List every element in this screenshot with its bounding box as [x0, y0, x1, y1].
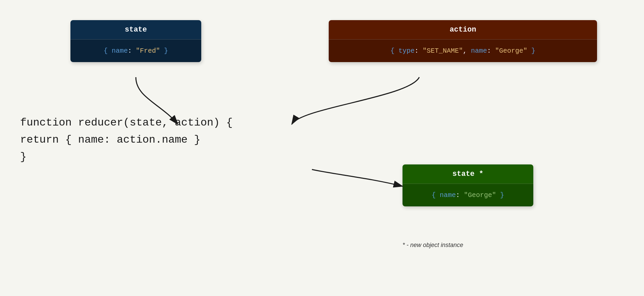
action-box-val1: "SET_NAME"	[423, 47, 463, 55]
state-box-key: name	[112, 47, 128, 55]
state-box-brace-close: }	[160, 47, 168, 55]
action-box-key1: type	[398, 47, 415, 55]
new-state-box-title: state *	[452, 170, 483, 178]
action-box-comma: ,	[463, 47, 471, 55]
action-box-colon1: :	[415, 47, 423, 55]
action-box-header: action	[329, 20, 597, 39]
action-box-brace-close: }	[527, 47, 535, 55]
state-box-brace-open: {	[104, 47, 112, 55]
state-box-colon: :	[128, 47, 136, 55]
new-state-box-brace-close: }	[496, 191, 504, 199]
state-box-code: { name: "Fred" }	[104, 47, 168, 55]
action-box-brace-open: {	[390, 47, 398, 55]
state-box: state { name: "Fred" }	[70, 20, 201, 62]
footnote: * - new object instance	[402, 242, 463, 249]
new-state-box-colon: :	[456, 191, 464, 199]
action-box-body: { type: "SET_NAME", name: "George" }	[329, 39, 597, 62]
code-line1: function reducer(state, action) {	[20, 114, 233, 131]
state-box-body: { name: "Fred" }	[70, 39, 201, 62]
code-block: function reducer(state, action) { return…	[20, 114, 233, 166]
new-state-box-body: { name: "George" }	[402, 184, 533, 206]
action-box-colon2: :	[487, 47, 495, 55]
new-state-box: state * { name: "George" }	[402, 164, 533, 206]
new-state-box-code: { name: "George" }	[432, 191, 504, 199]
state-box-value: "Fred"	[136, 47, 160, 55]
code-line2: return { name: action.name }	[20, 131, 233, 148]
new-state-box-key: name	[440, 191, 456, 199]
new-state-box-brace-open: {	[432, 191, 440, 199]
diagram-container: state { name: "Fred" } action { type: "S…	[0, 0, 644, 296]
action-box-title: action	[449, 26, 476, 34]
action-box-val2: "George"	[495, 47, 527, 55]
action-box: action { type: "SET_NAME", name: "George…	[329, 20, 597, 62]
action-box-key2: name	[471, 47, 487, 55]
action-box-code: { type: "SET_NAME", name: "George" }	[390, 47, 535, 55]
state-box-header: state	[70, 20, 201, 39]
new-state-box-header: state *	[402, 164, 533, 184]
state-box-title: state	[125, 26, 147, 34]
code-line3: }	[20, 148, 233, 165]
new-state-box-value: "George"	[464, 191, 496, 199]
